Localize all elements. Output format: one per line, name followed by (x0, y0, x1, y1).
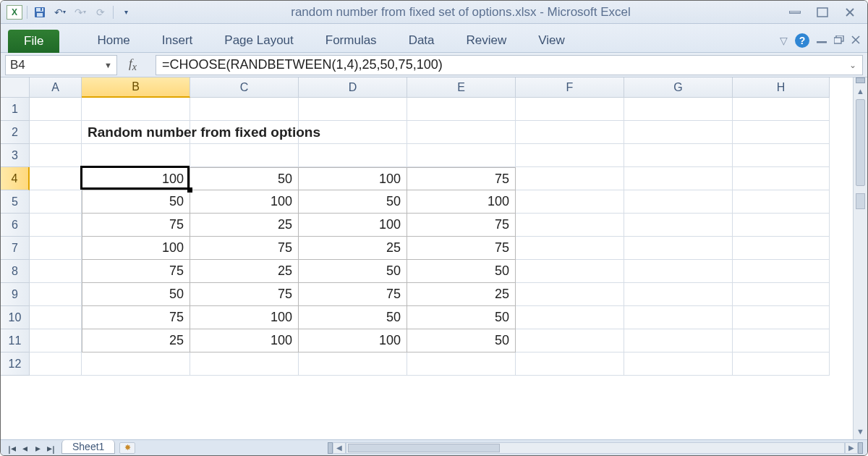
cell[interactable] (733, 98, 830, 121)
cell[interactable]: 25 (190, 214, 299, 237)
cell[interactable] (733, 237, 830, 260)
cells-grid[interactable]: Random number from fixed options10050100… (30, 98, 830, 439)
cell[interactable]: 75 (407, 214, 516, 237)
cell[interactable] (30, 190, 82, 214)
fx-icon[interactable]: fx (129, 56, 144, 73)
cell[interactable]: 50 (407, 306, 516, 329)
qat-customize-icon[interactable]: ▾ (118, 4, 134, 20)
cell[interactable]: 100 (407, 190, 516, 214)
cell[interactable]: 100 (82, 237, 190, 260)
select-all-corner[interactable] (1, 77, 30, 98)
vertical-scroll-thumb[interactable] (856, 99, 865, 186)
cell[interactable] (624, 237, 733, 260)
cell[interactable] (299, 98, 407, 121)
save-icon[interactable] (32, 4, 48, 20)
cell[interactable] (30, 121, 82, 144)
cell[interactable] (82, 98, 190, 121)
cell[interactable] (30, 260, 82, 283)
workbook-restore-icon[interactable] (834, 35, 844, 46)
sheet-nav-next-icon[interactable]: ▸ (33, 442, 43, 454)
row-header[interactable]: 4 (1, 167, 30, 190)
cell[interactable]: 100 (190, 190, 299, 214)
cell[interactable]: 100 (299, 214, 407, 237)
cell[interactable]: 100 (190, 329, 299, 352)
column-header[interactable]: B (82, 77, 190, 98)
cell[interactable]: 75 (190, 283, 299, 306)
cell[interactable] (733, 306, 830, 329)
cell[interactable]: Random number from fixed options (82, 121, 190, 144)
workbook-close-icon[interactable] (851, 35, 860, 46)
cell[interactable] (30, 214, 82, 237)
cell[interactable] (516, 237, 624, 260)
cell[interactable]: 75 (82, 214, 190, 237)
fill-handle[interactable] (187, 187, 192, 193)
maximize-button[interactable] (815, 7, 830, 18)
cell[interactable] (407, 144, 516, 167)
row-header[interactable]: 9 (1, 283, 30, 306)
tab-review[interactable]: Review (451, 29, 523, 52)
cell[interactable] (516, 190, 624, 214)
scroll-up-icon[interactable]: ▲ (854, 85, 867, 98)
cell[interactable] (624, 190, 733, 214)
scroll-left-icon[interactable]: ◀ (333, 442, 346, 454)
cell[interactable]: 75 (82, 260, 190, 283)
column-header[interactable]: C (190, 77, 299, 98)
column-header[interactable]: G (624, 77, 733, 98)
cell[interactable]: 25 (82, 329, 190, 352)
column-header[interactable]: F (516, 77, 624, 98)
cell[interactable] (516, 260, 624, 283)
cell[interactable]: 100 (299, 329, 407, 352)
sheet-nav-first-icon[interactable]: ꞁ◂ (7, 442, 17, 454)
cell[interactable] (30, 98, 82, 121)
cell[interactable] (516, 306, 624, 329)
formula-input[interactable]: =CHOOSE(RANDBETWEEN(1,4),25,50,75,100) ⌄ (156, 55, 863, 75)
cell[interactable] (733, 214, 830, 237)
cell[interactable]: 75 (407, 237, 516, 260)
row-header[interactable]: 2 (1, 121, 30, 144)
cell[interactable] (624, 283, 733, 306)
cell[interactable]: 50 (82, 283, 190, 306)
cell[interactable]: 50 (407, 260, 516, 283)
scroll-down-icon[interactable]: ▼ (854, 425, 867, 438)
cell[interactable] (624, 98, 733, 121)
row-header[interactable]: 7 (1, 237, 30, 260)
cell[interactable] (407, 98, 516, 121)
vertical-scrollbar[interactable]: ▲ ▼ (853, 77, 867, 439)
tab-data[interactable]: Data (393, 29, 451, 52)
refresh-icon[interactable]: ⟳ (93, 4, 109, 20)
cell[interactable] (516, 352, 624, 376)
vertical-split-handle[interactable] (856, 77, 865, 83)
redo-icon[interactable]: ↷▾ (72, 4, 88, 20)
scroll-right-icon[interactable]: ▶ (845, 442, 858, 454)
row-header[interactable]: 1 (1, 98, 30, 121)
tab-home[interactable]: Home (81, 29, 145, 52)
close-button[interactable] (843, 7, 857, 18)
tab-view[interactable]: View (522, 29, 581, 52)
cell[interactable]: 75 (299, 283, 407, 306)
sheet-nav-prev-icon[interactable]: ◂ (20, 442, 30, 454)
cell[interactable] (516, 329, 624, 352)
cell[interactable] (624, 352, 733, 376)
cell[interactable] (30, 144, 82, 167)
cell[interactable] (733, 190, 830, 214)
ribbon-minimize-icon[interactable]: ▽ (780, 35, 788, 46)
cell[interactable]: 50 (299, 190, 407, 214)
cell[interactable] (30, 306, 82, 329)
cell[interactable] (30, 352, 82, 376)
cell[interactable]: 75 (407, 167, 516, 190)
cell[interactable]: 75 (82, 306, 190, 329)
sheet-tab-active[interactable]: Sheet1 (61, 440, 115, 454)
cell[interactable] (30, 167, 82, 190)
cell[interactable]: 50 (299, 306, 407, 329)
tab-formulas[interactable]: Formulas (310, 29, 393, 52)
cell[interactable] (624, 144, 733, 167)
formula-expand-icon[interactable]: ⌄ (849, 60, 856, 70)
cell[interactable] (624, 329, 733, 352)
cell[interactable] (516, 144, 624, 167)
cell[interactable] (733, 121, 830, 144)
cell[interactable] (624, 306, 733, 329)
horizontal-scroll-thumb[interactable] (348, 444, 500, 452)
cell[interactable]: 50 (82, 190, 190, 214)
cell[interactable]: 50 (299, 260, 407, 283)
workbook-minimize-icon[interactable] (817, 35, 827, 46)
